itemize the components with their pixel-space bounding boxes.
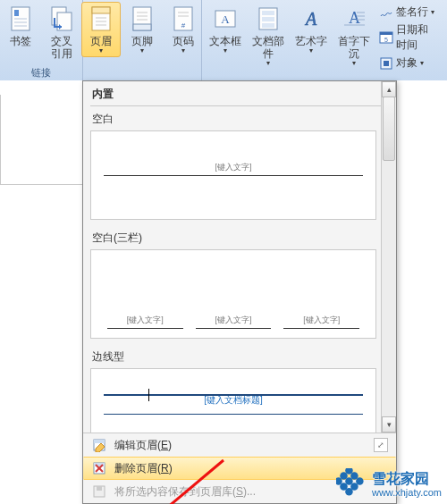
svg-rect-26 [262,23,274,28]
footer-label: 页脚 [131,35,153,47]
remove-header-icon [91,460,107,476]
bookmark-label: 书签 [10,35,31,47]
save-gallery-icon [91,483,107,500]
parts-button[interactable]: 文档部件 ▾ [247,2,290,71]
datetime-icon: 5 [379,30,393,45]
ribbon-group-links: 书签 交叉 引用 链接 [0,0,83,80]
signature-button[interactable]: 签名行 ▾ [377,4,440,21]
dropcap-label: 首字下沉 [336,35,372,60]
header-button[interactable]: 页眉 ▾ [81,2,121,57]
svg-rect-41 [94,463,105,466]
text-cursor [148,389,149,401]
wordart-icon: A [297,4,325,33]
svg-text:A: A [349,9,360,27]
object-icon [379,56,393,71]
svg-rect-13 [133,24,151,30]
gallery-section-builtin: 内置 [90,85,392,105]
chevron-down-icon: ▾ [140,47,144,55]
item-title-blank3: 空白(三栏) [90,229,392,249]
item-title-border: 边线型 [90,348,392,368]
document-area: 内置 空白 [键入文字] 空白(三栏) [键入文字] [键入文字] [键入文字]… [0,80,447,504]
svg-rect-34 [380,32,392,35]
menu-label: 将所选内容保存到页眉库(S)... [114,484,256,500]
watermark: 雪花家园 www.xhjaty.com [336,468,442,499]
svg-point-52 [356,477,364,485]
chevron-down-icon: ▾ [266,60,270,67]
chevron-down-icon: ▾ [99,47,103,55]
signature-icon [379,5,393,20]
gallery-item-blank[interactable]: [键入文字] [90,130,376,220]
watermark-name: 雪花家园 [372,471,429,486]
bookmark-icon [6,4,35,33]
pagenum-button[interactable]: # 页码 ▾ [164,2,203,57]
dropcap-icon: A [340,4,368,33]
textbox-icon: A [211,4,240,33]
placeholder-text: [键入文档标题] [204,394,263,407]
pagenum-icon: # [169,4,198,33]
expand-icon[interactable]: ⤢ [374,438,388,452]
menu-label: 编辑页眉(E) [114,438,172,453]
svg-text:5: 5 [384,37,388,43]
parts-icon [254,4,283,33]
svg-rect-37 [384,61,389,66]
textbox-button[interactable]: A 文本框 ▾ [206,2,245,71]
svg-text:#: # [181,21,186,29]
placeholder-text: [键入文字] [215,163,251,172]
svg-rect-25 [262,17,274,21]
menu-label: 删除页眉(R) [114,461,173,476]
scroll-down-button[interactable]: ▾ [382,416,396,433]
signature-label: 签名行 [396,4,428,20]
group-title-links: 链接 [4,64,79,80]
svg-rect-8 [92,7,110,13]
datetime-button[interactable]: 5 日期和时间 [377,21,440,54]
bookmark-button[interactable]: 书签 [1,2,40,63]
svg-rect-45 [97,486,102,491]
object-button[interactable]: 对象 ▾ [377,55,440,71]
svg-text:A: A [221,13,230,26]
svg-point-54 [345,488,353,496]
document-panel [0,95,84,185]
watermark-logo-icon [336,468,367,499]
header-icon [87,4,115,33]
svg-rect-1 [14,10,19,16]
wordart-button[interactable]: A 艺术字 ▾ [291,2,331,71]
svg-text:A: A [304,9,317,29]
pagenum-label: 页码 [173,35,194,47]
scrollbar[interactable]: ▴ ▾ [381,81,396,433]
wordart-label: 艺术字 [295,35,327,47]
chevron-down-icon: ▾ [420,60,424,67]
placeholder-text: [键入文字] [215,315,251,324]
textbox-label: 文本框 [209,35,241,47]
ribbon: 书签 交叉 引用 链接 页眉 ▾ 页 [0,0,447,81]
header-gallery-dropdown: 内置 空白 [键入文字] 空白(三栏) [键入文字] [键入文字] [键入文字]… [82,80,397,504]
scroll-up-button[interactable]: ▴ [382,81,396,97]
gallery-scroll: 内置 空白 [键入文字] 空白(三栏) [键入文字] [键入文字] [键入文字]… [83,81,396,433]
crossref-icon [47,4,76,33]
footer-icon [128,4,156,33]
footer-button[interactable]: 页脚 ▾ [122,2,162,57]
gallery-item-border[interactable]: [键入文档标题] [90,368,376,433]
rule-line [104,175,363,176]
edit-header-icon [91,437,107,453]
parts-label: 文档部件 [250,35,286,60]
item-title-blank: 空白 [90,110,392,130]
divider [90,105,392,106]
crossref-label: 交叉 引用 [51,35,72,60]
dropcap-button[interactable]: A 首字下沉 ▾ [333,2,375,71]
mini-stack: 签名行 ▾ 5 日期和时间 对象 ▾ [377,2,443,71]
svg-rect-39 [94,440,105,443]
watermark-url: www.xhjaty.com [372,487,442,498]
chevron-down-icon: ▾ [352,60,356,67]
chevron-down-icon: ▾ [431,9,434,16]
datetime-label: 日期和时间 [396,22,438,53]
crossref-button[interactable]: 交叉 引用 [42,2,81,63]
gallery-item-blank3[interactable]: [键入文字] [键入文字] [键入文字] [90,249,376,339]
header-label: 页眉 [90,35,112,47]
chevron-down-icon: ▾ [181,47,185,55]
placeholder-text: [键入文字] [127,315,164,324]
menu-edit-header[interactable]: 编辑页眉(E) ⤢ [83,433,396,457]
scroll-thumb[interactable] [383,97,395,161]
chevron-down-icon: ▾ [309,47,313,55]
placeholder-text: [键入文字] [303,315,340,324]
ribbon-group-hf: 页眉 ▾ 页脚 ▾ # 页码 ▾ [83,0,202,80]
